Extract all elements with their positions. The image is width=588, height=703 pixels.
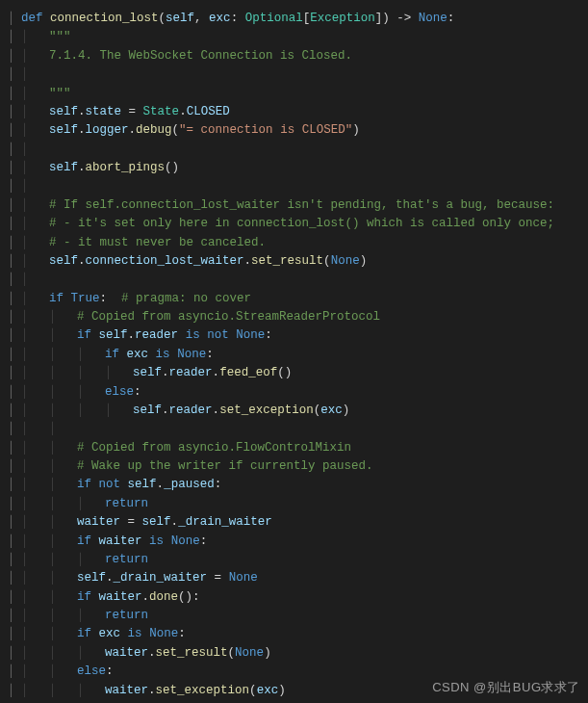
code-line: ││ # - it's set only here in connection_… [8, 215, 580, 233]
code-line: ││ [8, 271, 580, 289]
code-line: ││ [8, 65, 580, 84]
code-line: ││ """ [8, 28, 580, 46]
code-line: ││ │ waiter = self._drain_waiter [8, 513, 580, 532]
code-line: ││ │ │ else: [8, 383, 580, 402]
code-line: ││ │ │ waiter.set_exception(exc) [8, 682, 580, 700]
code-line: ││ self.abort_pings() [8, 159, 580, 177]
code-line: ││ # - it must never be canceled. [8, 234, 580, 252]
code-line: ││ │ if waiter is None: [8, 533, 580, 551]
code-line: ││ │ │ return [8, 551, 580, 569]
code-line: ││ self.state = State.CLOSED [8, 103, 580, 121]
code-line: ││ """ [8, 85, 580, 103]
code-line: ││ │ if exc is None: [8, 625, 580, 643]
code-line: ││ [8, 177, 580, 195]
code-line: ││ │ # Wake up the writer if currently p… [8, 457, 580, 476]
code-line: ││ │ │ waiter.set_result(None) [8, 644, 580, 663]
code-line: ││ self.connection_lost_waiter.set_resul… [8, 252, 580, 271]
code-line: ││ │ if self.reader is not None: [8, 326, 580, 345]
code-line: │def connection_lost(self, exc: Optional… [8, 10, 580, 28]
code-line: ││ # If self.connection_lost_waiter isn'… [8, 196, 580, 215]
code-line: ││ │ │ │ self.reader.feed_eof() [8, 364, 580, 382]
code-line: ││ │ │ return [8, 607, 580, 625]
code-line: ││ │ │ if exc is None: [8, 346, 580, 364]
code-line: ││ │ self._drain_waiter = None [8, 569, 580, 587]
code-line: ││ self.logger.debug("= connection is CL… [8, 121, 580, 140]
code-line: ││ [8, 141, 580, 159]
code-line: ││ 7.1.4. The WebSocket Connection is Cl… [8, 47, 580, 65]
code-line: ││ │ if not self._paused: [8, 476, 580, 494]
code-line: ││ if True: # pragma: no cover [8, 290, 580, 308]
code-line: ││ │ # Copied from asyncio.StreamReaderP… [8, 308, 580, 326]
code-line: ││ │ │ │ self.reader.set_exception(exc) [8, 402, 580, 420]
code-line: ││ │ if waiter.done(): [8, 588, 580, 607]
code-line: ││ │ # Copied from asyncio.FlowControlMi… [8, 439, 580, 457]
code-line: ││ │ [8, 420, 580, 438]
code-line: ││ │ │ return [8, 495, 580, 513]
code-line: ││ │ else: [8, 663, 580, 681]
code-block: │def connection_lost(self, exc: Optional… [8, 10, 580, 700]
